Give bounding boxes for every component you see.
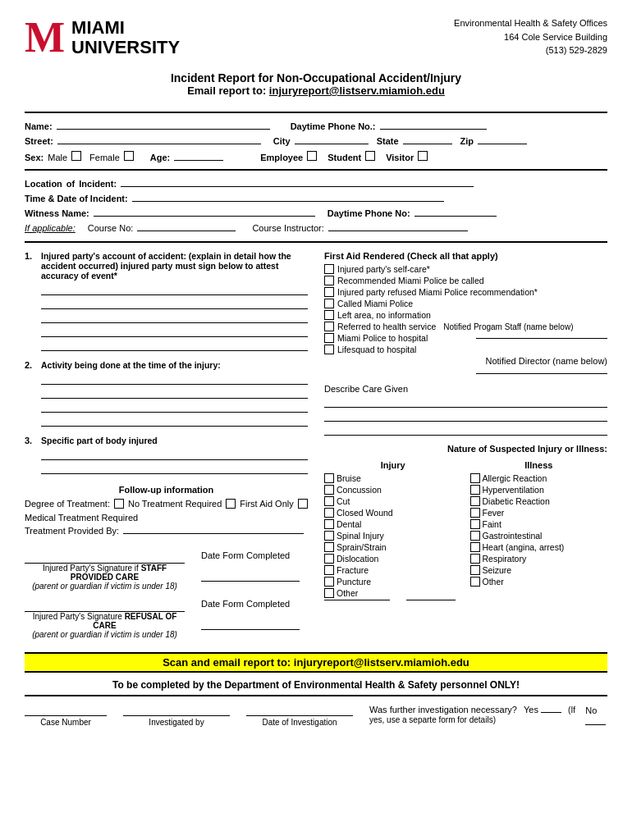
section2-line3[interactable] (41, 401, 308, 413)
first-aid-item-5: Referred to health service Notified Prog… (324, 322, 607, 331)
yes-line[interactable] (541, 703, 561, 713)
location-field[interactable] (121, 186, 474, 187)
illness-checkbox-7[interactable] (470, 554, 480, 564)
injury-checkbox-6[interactable] (324, 542, 334, 552)
section1-line5[interactable] (41, 340, 308, 351)
illness-checkbox-4[interactable] (470, 519, 480, 529)
describe-care-line2[interactable] (324, 410, 607, 422)
first-aid-checkbox-0[interactable] (324, 264, 334, 274)
employee-label: Employee (260, 153, 303, 162)
first-aid-checkbox-7[interactable] (324, 345, 334, 354)
section1-title: Injured party's account of accident: (ex… (41, 251, 308, 281)
section2-line4[interactable] (41, 415, 308, 427)
injury-checkbox-4[interactable] (324, 519, 334, 529)
illness-item-1: Hyperventilation (470, 485, 608, 495)
injury-checkbox-1[interactable] (324, 485, 334, 495)
date-investigation-line[interactable] (246, 705, 353, 716)
illness-item-0: Allergic Reaction (470, 473, 608, 483)
logo-area: M MIAMI UNIVERSITY (25, 16, 180, 59)
injury-checkbox-3[interactable] (324, 508, 334, 518)
contact-line3: (513) 529-2829 (454, 43, 607, 57)
first-aid-checkbox-3[interactable] (324, 299, 334, 308)
course-instructor-field[interactable] (328, 231, 468, 231)
staff-date-line[interactable] (201, 568, 300, 582)
describe-care-line3[interactable] (324, 424, 607, 436)
first-aid-checkbox[interactable] (226, 499, 236, 509)
contact-line2: 164 Cole Service Building (454, 30, 607, 44)
illness-checkbox-6[interactable] (470, 542, 480, 552)
daytime-phone-field[interactable] (380, 129, 487, 130)
injury-item-2: Cut (324, 496, 462, 506)
injury-checkbox-0[interactable] (324, 473, 334, 483)
no-label: No (585, 705, 597, 715)
case-number-line[interactable] (25, 705, 107, 716)
time-date-field[interactable] (132, 201, 444, 202)
refusal-date-line[interactable] (201, 617, 300, 630)
illness-checkbox-9[interactable] (470, 577, 480, 587)
section1-line1[interactable] (41, 284, 308, 295)
daytime-phone-label: Daytime Phone No.: (291, 121, 376, 131)
male-checkbox[interactable] (71, 151, 81, 161)
notified-director-line[interactable] (476, 373, 607, 374)
illness-item-2: Diabetic Reaction (470, 496, 608, 506)
injury-other-date-line1[interactable] (324, 600, 390, 600)
section3-line1[interactable] (41, 449, 308, 460)
injury-checkbox-5[interactable] (324, 531, 334, 541)
first-aid-checkbox-1[interactable] (324, 276, 334, 285)
state-field[interactable] (403, 144, 452, 144)
injury-checkbox-9[interactable] (324, 577, 334, 587)
section3-line2[interactable] (41, 463, 308, 474)
injury-other-date-line2[interactable] (406, 600, 456, 600)
no-line[interactable] (585, 715, 606, 725)
witness-field[interactable] (94, 216, 315, 217)
section1-content: Injured party's account of accident: (ex… (41, 251, 308, 354)
section2-line2[interactable] (41, 387, 308, 399)
student-checkbox[interactable] (365, 151, 375, 161)
first-aid-checkbox-2[interactable] (324, 287, 334, 297)
name-field[interactable] (57, 129, 270, 130)
scan-bar: Scan and email report to: injuryreport@l… (25, 652, 607, 673)
section2-num: 2. (25, 360, 34, 429)
refusal-sig-row: Injured Party's Signature REFUSAL OF CAR… (25, 599, 308, 639)
first-aid-checkbox-4[interactable] (324, 310, 334, 320)
witness-phone-field[interactable] (414, 216, 497, 217)
illness-checkbox-8[interactable] (470, 565, 480, 575)
logo-m-letter: M (25, 16, 65, 59)
zip-field[interactable] (478, 144, 527, 144)
illness-checkbox-5[interactable] (470, 531, 480, 541)
illness-checkbox-1[interactable] (470, 485, 480, 495)
no-treatment-checkbox[interactable] (114, 499, 124, 509)
staff-sig-line[interactable] (25, 550, 185, 564)
injury-checkbox-10[interactable] (324, 588, 334, 598)
section2-line1[interactable] (41, 373, 308, 385)
medical-treatment-checkbox[interactable] (298, 499, 308, 509)
female-checkbox[interactable] (124, 151, 134, 161)
visitor-checkbox[interactable] (418, 151, 428, 161)
city-field[interactable] (295, 144, 369, 144)
investigated-by-line[interactable] (123, 705, 230, 716)
section1-line4[interactable] (41, 326, 308, 337)
first-aid-checkbox-6[interactable] (324, 333, 334, 343)
illness-checkbox-2[interactable] (470, 496, 480, 506)
employee-checkbox[interactable] (307, 151, 317, 161)
describe-care-line1[interactable] (324, 396, 607, 408)
notified-program-line[interactable] (476, 338, 607, 339)
first-aid-checkbox-5[interactable] (324, 322, 334, 331)
injury-checkbox-7[interactable] (324, 554, 334, 564)
illness-checkbox-3[interactable] (470, 508, 480, 518)
age-field[interactable] (174, 160, 223, 161)
contact-line1: Environmental Health & Safety Offices (454, 16, 607, 30)
injury-checkbox-8[interactable] (324, 565, 334, 575)
injury-checkbox-2[interactable] (324, 496, 334, 506)
treatment-by-field[interactable] (123, 533, 304, 534)
illness-checkbox-0[interactable] (470, 473, 480, 483)
section1-line3[interactable] (41, 312, 308, 323)
street-field[interactable] (57, 144, 261, 144)
course-no-field[interactable] (137, 231, 236, 231)
date-investigation-label: Date of Investigation (246, 718, 353, 727)
section2: 2. Activity being done at the time of th… (25, 360, 308, 429)
refusal-sig-line[interactable] (25, 599, 185, 612)
section1-line2[interactable] (41, 298, 308, 309)
first-aid-item-3: Called Miami Police (324, 299, 607, 308)
scan-bar-email: injuryreport@listserv.miamioh.edu (294, 656, 469, 669)
